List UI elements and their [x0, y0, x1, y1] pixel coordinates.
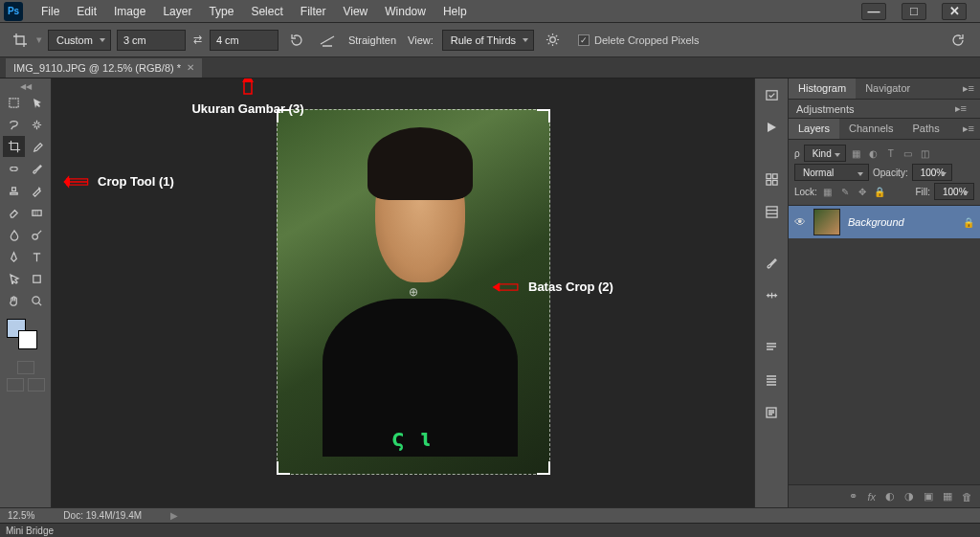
menu-help[interactable]: Help [434, 1, 476, 22]
pen-tool[interactable] [3, 246, 25, 267]
opacity-input[interactable]: 100% [912, 164, 952, 181]
doc-info[interactable]: Doc: 19.4M/19.4M [63, 510, 142, 521]
background-color[interactable] [18, 330, 37, 349]
lock-paint-icon[interactable]: ✎ [838, 185, 852, 198]
reset-crop-icon[interactable] [946, 29, 970, 52]
group-icon[interactable]: ▣ [924, 490, 933, 503]
menu-layer[interactable]: Layer [154, 1, 200, 22]
panel-icon-notes[interactable] [761, 402, 782, 423]
panel-icon-char[interactable] [761, 369, 782, 391]
toolbox-expand-icon[interactable]: ◀◀ [3, 82, 48, 92]
close-tab-icon[interactable]: ✕ [187, 62, 194, 73]
panel-icon-swatches[interactable] [761, 168, 782, 190]
panel-icon-brush[interactable] [761, 253, 782, 274]
close-button[interactable]: ✕ [942, 3, 967, 20]
panel-icon-play[interactable] [761, 117, 782, 138]
crop-tool-icon[interactable] [10, 30, 31, 51]
layer-filter-dropdown[interactable]: Kind [804, 145, 846, 162]
canvas-area[interactable]: ς ι ⊕ Crop Tool (1) Batas Crop (2) [52, 78, 754, 507]
crop-overlay-dropdown[interactable]: Rule of Thirds [442, 30, 534, 51]
document-tab[interactable]: IMG_9110.JPG @ 12.5% (RGB/8) * ✕ [6, 58, 202, 78]
rotate-icon[interactable] [284, 29, 309, 52]
fx-icon[interactable]: fx [867, 491, 876, 503]
lock-trans-icon[interactable]: ▦ [821, 185, 835, 198]
panel-icon-para[interactable] [761, 337, 782, 358]
zoom-level[interactable]: 12.5% [8, 510, 34, 521]
menu-select[interactable]: Select [242, 1, 291, 22]
lasso-tool[interactable] [3, 114, 25, 135]
menu-file[interactable]: File [33, 1, 68, 22]
layer-lock-icon[interactable]: 🔒 [963, 217, 974, 228]
minimize-button[interactable]: — [861, 3, 886, 20]
arrow-tool[interactable] [26, 92, 48, 113]
filter-shape-icon[interactable]: ▭ [902, 146, 915, 160]
crop-height-input[interactable]: 4 cm [210, 30, 278, 51]
svg-rect-11 [244, 80, 252, 94]
lock-pos-icon[interactable]: ✥ [856, 185, 869, 198]
fill-input[interactable]: 100% [934, 183, 974, 200]
crop-width-input[interactable]: 3 cm [117, 30, 186, 51]
tab-channels[interactable]: Channels [839, 119, 902, 139]
menu-image[interactable]: Image [105, 1, 154, 22]
blur-tool[interactable] [3, 224, 25, 245]
screen-mode-icon[interactable] [7, 378, 24, 392]
menu-view[interactable]: View [334, 1, 376, 22]
tab-navigator[interactable]: Navigator [856, 78, 920, 99]
menu-window[interactable]: Window [376, 1, 434, 22]
history-brush-tool[interactable] [26, 180, 48, 201]
screen-mode2-icon[interactable] [28, 378, 45, 392]
filter-smart-icon[interactable]: ◫ [919, 146, 932, 160]
standard-mode-icon[interactable] [17, 361, 34, 374]
delete-cropped-checkbox[interactable]: ✓ Delete Cropped Pixels [578, 34, 699, 46]
panel-menu-icon[interactable]: ▸≡ [957, 78, 980, 99]
new-layer-icon[interactable]: ▦ [943, 490, 952, 503]
tab-histogram[interactable]: Histogram [789, 78, 856, 99]
wand-tool[interactable] [26, 114, 48, 135]
tab-adjustments[interactable]: Adjustments [796, 103, 855, 115]
shape-tool[interactable] [26, 268, 48, 289]
type-tool[interactable] [26, 246, 48, 267]
panel-icon-1[interactable] [761, 84, 782, 105]
gradient-tool[interactable] [26, 202, 48, 223]
mini-bridge-tab[interactable]: Mini Bridge [0, 523, 980, 537]
mask-icon[interactable]: ◐ [885, 490, 895, 503]
blend-mode-dropdown[interactable]: Normal [794, 164, 869, 181]
layer-thumbnail[interactable] [813, 209, 840, 235]
filter-adjust-icon[interactable]: ◐ [867, 146, 880, 160]
straighten-icon[interactable] [315, 29, 340, 52]
stamp-tool[interactable] [3, 180, 25, 201]
path-tool[interactable] [3, 268, 25, 289]
filter-type-icon[interactable]: T [884, 146, 898, 160]
menu-filter[interactable]: Filter [292, 1, 335, 22]
healing-tool[interactable] [3, 158, 25, 179]
crop-preset-dropdown[interactable]: Custom [48, 30, 111, 51]
delete-layer-icon[interactable]: 🗑 [962, 491, 972, 503]
layer-item-background[interactable]: 👁 Background 🔒 [789, 206, 980, 238]
menu-edit[interactable]: Edit [68, 1, 105, 22]
swap-dimensions-icon[interactable]: ⇄ [191, 34, 204, 46]
hand-tool[interactable] [3, 290, 25, 311]
eraser-tool[interactable] [3, 202, 25, 223]
brush-tool[interactable] [26, 158, 48, 179]
eyedropper-tool[interactable] [26, 136, 48, 157]
color-swatches[interactable] [3, 319, 48, 355]
adjustment-layer-icon[interactable]: ◑ [904, 490, 914, 503]
maximize-button[interactable]: □ [902, 3, 926, 20]
menu-type[interactable]: Type [200, 1, 242, 22]
link-layers-icon[interactable]: ⚭ [849, 490, 858, 503]
dodge-tool[interactable] [26, 224, 48, 245]
zoom-tool[interactable] [26, 290, 48, 311]
tab-layers[interactable]: Layers [789, 119, 839, 139]
move-tool[interactable] [3, 92, 25, 113]
layer-visibility-icon[interactable]: 👁 [794, 215, 806, 229]
crop-settings-icon[interactable] [540, 29, 565, 52]
filter-pixel-icon[interactable]: ▦ [850, 146, 863, 160]
tab-paths[interactable]: Paths [903, 119, 949, 139]
adjustments-menu-icon[interactable]: ▸≡ [949, 99, 972, 119]
lock-all-icon[interactable]: 🔒 [873, 185, 886, 198]
panel-icon-clone[interactable] [761, 285, 782, 306]
crop-tool[interactable] [3, 136, 25, 157]
panel-icon-styles[interactable] [761, 201, 782, 222]
document-image[interactable]: ς ι ⊕ [277, 109, 550, 475]
layers-menu-icon[interactable]: ▸≡ [957, 119, 980, 139]
